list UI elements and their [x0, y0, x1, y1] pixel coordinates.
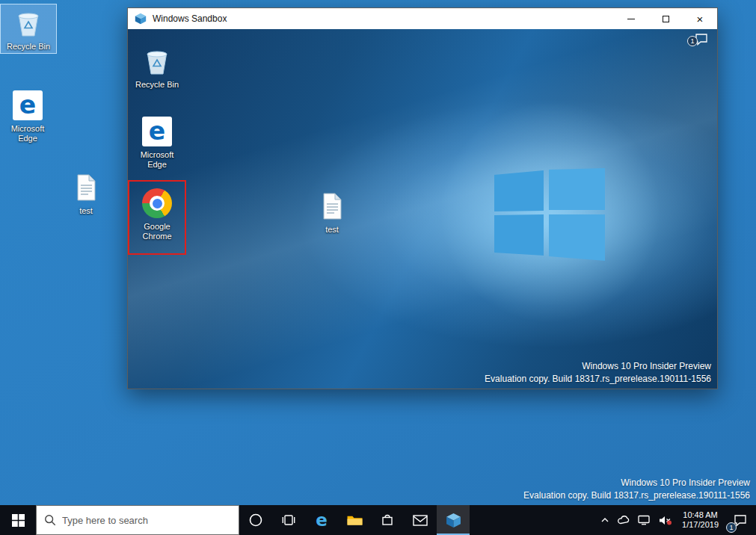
host-search-box[interactable] — [36, 505, 239, 535]
maximize-icon — [663, 16, 669, 22]
host-taskbar-file-explorer-button[interactable] — [338, 505, 371, 535]
task-view-icon — [281, 514, 296, 526]
desktop-icon-label: test — [306, 225, 358, 235]
recycle-bin-icon — [13, 7, 44, 39]
text-file-icon — [316, 191, 348, 222]
host-watermark: Windows 10 Pro Insider Preview Evaluatio… — [523, 477, 750, 502]
host-taskbar-mail-button[interactable] — [404, 505, 437, 535]
watermark-line2: Evaluation copy. Build 18317.rs_prerelea… — [523, 489, 750, 502]
text-file-icon — [70, 172, 102, 203]
cortana-icon — [248, 513, 263, 528]
microsoft-edge-icon: e — [316, 512, 328, 529]
google-chrome-icon — [141, 188, 173, 219]
host-desktop-icon-microsoft-edge[interactable]: e Microsoft Edge — [0, 87, 55, 145]
host-desktop-icon-test-file[interactable]: test — [58, 169, 114, 217]
recycle-bin-icon — [141, 46, 173, 77]
watermark-line2: Evaluation copy. Build 18317.rs_prerelea… — [485, 373, 711, 386]
file-explorer-icon — [347, 514, 363, 527]
host-taskbar: e — [0, 505, 756, 535]
close-button[interactable]: × — [683, 8, 717, 29]
window-title: Windows Sandbox — [153, 13, 227, 24]
window-controls: × — [614, 8, 717, 29]
search-input[interactable] — [62, 515, 239, 526]
host-system-tray: 10:48 AM 1/17/2019 1 — [597, 505, 756, 535]
tray-overflow-button[interactable] — [597, 505, 613, 535]
sandbox-desktop-icon-google-chrome[interactable]: Google Chrome — [129, 182, 185, 253]
desktop-icon-label: Google Chrome — [131, 222, 183, 241]
host-desktop: Recycle Bin e Microsoft Edge test Window… — [0, 0, 756, 535]
mail-icon — [413, 515, 428, 526]
host-taskbar-windows-sandbox-button[interactable] — [437, 505, 470, 535]
minimize-button[interactable] — [614, 8, 648, 29]
microsoft-edge-icon: e — [12, 90, 43, 121]
host-start-button[interactable] — [0, 505, 36, 535]
host-taskbar-store-button[interactable] — [371, 505, 404, 535]
volume-muted-icon[interactable] — [654, 505, 676, 535]
sandbox-desktop-icon-microsoft-edge[interactable]: e Microsoft Edge — [129, 113, 185, 171]
minimize-icon — [627, 19, 635, 19]
microsoft-store-icon — [381, 513, 394, 527]
sandbox-watermark: Windows 10 Pro Insider Preview Evaluatio… — [485, 360, 711, 386]
windows-sandbox-icon — [446, 513, 461, 528]
host-cortana-button[interactable] — [239, 505, 272, 535]
host-clock[interactable]: 10:48 AM 1/17/2019 — [676, 510, 725, 530]
windows-sandbox-icon — [135, 13, 147, 25]
close-icon: × — [697, 13, 704, 25]
clock-time: 10:48 AM — [682, 510, 719, 520]
watermark-line1: Windows 10 Pro Insider Preview — [485, 360, 711, 373]
watermark-line1: Windows 10 Pro Insider Preview — [523, 477, 750, 489]
microsoft-edge-icon: e — [141, 116, 173, 147]
sandbox-notification-button[interactable]: 1 — [686, 29, 717, 49]
desktop-icon-label: Recycle Bin — [131, 80, 183, 90]
host-task-view-button[interactable] — [272, 505, 305, 535]
desktop-icon-label: Microsoft Edge — [131, 150, 183, 170]
onedrive-cloud-icon[interactable] — [613, 505, 633, 535]
chevron-up-icon — [601, 518, 609, 522]
sandbox-desktop: Recycle Bin e Microsoft Edge Google Chro… — [128, 29, 717, 389]
host-taskbar-edge-button[interactable]: e — [305, 505, 338, 535]
desktop-icon-label: Recycle Bin — [2, 42, 55, 52]
sandbox-desktop-icon-recycle-bin[interactable]: Recycle Bin — [129, 43, 185, 91]
sandbox-desktop-icon-test-file[interactable]: test — [304, 188, 360, 236]
windows-sandbox-window: Windows Sandbox × — [127, 7, 718, 389]
windows-logo — [494, 168, 605, 261]
maximize-button[interactable] — [648, 8, 683, 29]
network-icon[interactable] — [633, 505, 654, 535]
desktop-icon-label: test — [60, 206, 112, 216]
host-notification-button[interactable]: 1 — [725, 505, 756, 535]
notification-badge: 1 — [726, 522, 737, 533]
windows-start-icon — [12, 514, 25, 527]
notification-badge: 1 — [687, 36, 698, 46]
clock-date: 1/17/2019 — [682, 520, 719, 530]
desktop-icon-label: Microsoft Edge — [1, 124, 54, 143]
search-icon — [44, 514, 56, 526]
host-desktop-icon-recycle-bin[interactable]: Recycle Bin — [1, 4, 56, 53]
sandbox-titlebar[interactable]: Windows Sandbox × — [128, 8, 717, 29]
